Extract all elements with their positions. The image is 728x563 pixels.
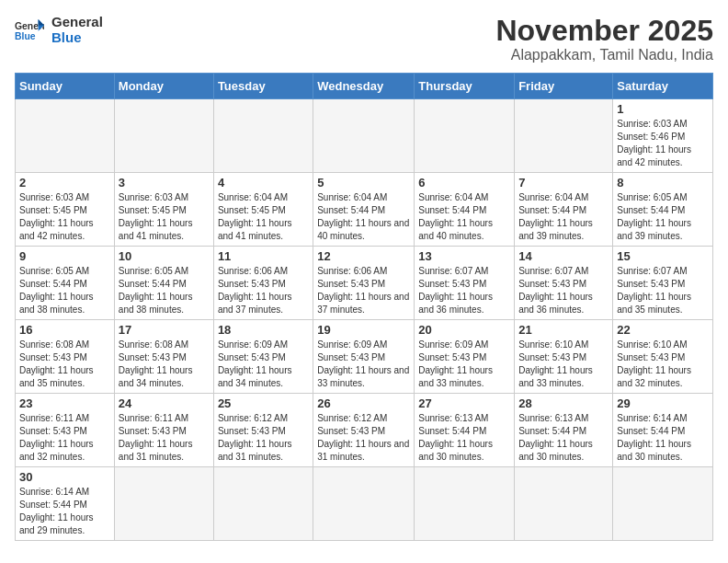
weekday-header-monday: Monday [114,74,213,99]
calendar-cell [114,467,213,541]
day-number: 18 [218,323,309,337]
day-info: Sunrise: 6:03 AM Sunset: 5:45 PM Dayligh… [19,191,110,243]
calendar-cell [415,99,515,173]
page-header: General Blue General Blue November 2025 … [15,15,713,63]
day-info: Sunrise: 6:09 AM Sunset: 5:43 PM Dayligh… [418,339,510,390]
day-number: 9 [19,249,110,263]
day-number: 22 [617,323,709,337]
day-number: 21 [518,323,609,337]
calendar-cell: 6Sunrise: 6:04 AM Sunset: 5:44 PM Daylig… [415,173,515,247]
calendar-cell: 30Sunrise: 6:14 AM Sunset: 5:44 PM Dayli… [16,467,115,541]
weekday-header-friday: Friday [515,74,613,99]
calendar-week-row: 16Sunrise: 6:08 AM Sunset: 5:43 PM Dayli… [16,320,713,394]
day-number: 23 [19,396,110,410]
calendar-cell: 2Sunrise: 6:03 AM Sunset: 5:45 PM Daylig… [16,173,115,247]
day-info: Sunrise: 6:10 AM Sunset: 5:43 PM Dayligh… [518,339,609,390]
day-info: Sunrise: 6:07 AM Sunset: 5:43 PM Dayligh… [418,265,510,316]
day-number: 30 [19,470,110,484]
day-number: 3 [119,176,210,190]
calendar-cell: 24Sunrise: 6:11 AM Sunset: 5:43 PM Dayli… [114,394,213,467]
day-info: Sunrise: 6:04 AM Sunset: 5:44 PM Dayligh… [317,191,410,243]
day-number: 27 [418,396,510,410]
day-info: Sunrise: 6:09 AM Sunset: 5:43 PM Dayligh… [317,339,410,390]
calendar-cell: 7Sunrise: 6:04 AM Sunset: 5:44 PM Daylig… [515,173,613,247]
day-number: 15 [617,249,709,263]
day-info: Sunrise: 6:04 AM Sunset: 5:44 PM Dayligh… [518,191,609,243]
day-info: Sunrise: 6:07 AM Sunset: 5:43 PM Dayligh… [518,265,609,316]
day-number: 16 [19,323,110,337]
calendar-cell [313,467,415,541]
calendar-cell [213,467,313,541]
svg-text:Blue: Blue [15,31,36,41]
day-info: Sunrise: 6:05 AM Sunset: 5:44 PM Dayligh… [617,191,709,243]
calendar-cell: 8Sunrise: 6:05 AM Sunset: 5:44 PM Daylig… [613,173,713,247]
day-number: 1 [617,102,709,116]
day-info: Sunrise: 6:11 AM Sunset: 5:43 PM Dayligh… [119,412,210,464]
calendar-cell: 25Sunrise: 6:12 AM Sunset: 5:43 PM Dayli… [213,394,313,467]
day-number: 2 [19,176,110,190]
day-info: Sunrise: 6:13 AM Sunset: 5:44 PM Dayligh… [418,412,510,464]
calendar-cell: 12Sunrise: 6:06 AM Sunset: 5:43 PM Dayli… [313,247,415,320]
calendar-cell: 29Sunrise: 6:14 AM Sunset: 5:44 PM Dayli… [613,394,713,467]
calendar-cell [515,99,613,173]
calendar-cell: 19Sunrise: 6:09 AM Sunset: 5:43 PM Dayli… [313,320,415,394]
logo-blue-text: Blue [51,30,103,46]
weekday-header-sunday: Sunday [16,74,115,99]
weekday-header-thursday: Thursday [415,74,515,99]
calendar-cell [16,99,115,173]
calendar-cell: 9Sunrise: 6:05 AM Sunset: 5:44 PM Daylig… [16,247,115,320]
calendar-cell: 16Sunrise: 6:08 AM Sunset: 5:43 PM Dayli… [16,320,115,394]
location: Alappakkam, Tamil Nadu, India [495,47,713,63]
day-number: 25 [218,396,309,410]
calendar-cell: 22Sunrise: 6:10 AM Sunset: 5:43 PM Dayli… [613,320,713,394]
day-info: Sunrise: 6:14 AM Sunset: 5:44 PM Dayligh… [617,412,709,464]
day-info: Sunrise: 6:03 AM Sunset: 5:46 PM Dayligh… [617,118,709,169]
day-number: 10 [119,249,210,263]
calendar-cell [613,467,713,541]
day-number: 7 [518,176,609,190]
day-info: Sunrise: 6:07 AM Sunset: 5:43 PM Dayligh… [617,265,709,316]
calendar-cell: 4Sunrise: 6:04 AM Sunset: 5:45 PM Daylig… [213,173,313,247]
calendar-cell: 11Sunrise: 6:06 AM Sunset: 5:43 PM Dayli… [213,247,313,320]
calendar-cell: 21Sunrise: 6:10 AM Sunset: 5:43 PM Dayli… [515,320,613,394]
calendar-cell: 15Sunrise: 6:07 AM Sunset: 5:43 PM Dayli… [613,247,713,320]
day-info: Sunrise: 6:11 AM Sunset: 5:43 PM Dayligh… [19,412,110,464]
calendar-cell: 18Sunrise: 6:09 AM Sunset: 5:43 PM Dayli… [213,320,313,394]
day-number: 12 [317,249,410,263]
logo: General Blue General Blue [15,15,103,45]
calendar-cell: 17Sunrise: 6:08 AM Sunset: 5:43 PM Dayli… [114,320,213,394]
title-block: November 2025 Alappakkam, Tamil Nadu, In… [495,15,713,63]
calendar-cell: 3Sunrise: 6:03 AM Sunset: 5:45 PM Daylig… [114,173,213,247]
calendar-cell [114,99,213,173]
calendar-cell [213,99,313,173]
day-number: 26 [317,396,410,410]
weekday-header-tuesday: Tuesday [213,74,313,99]
day-number: 29 [617,396,709,410]
calendar-week-row: 30Sunrise: 6:14 AM Sunset: 5:44 PM Dayli… [16,467,713,541]
day-info: Sunrise: 6:04 AM Sunset: 5:45 PM Dayligh… [218,191,309,243]
calendar-cell: 27Sunrise: 6:13 AM Sunset: 5:44 PM Dayli… [415,394,515,467]
calendar-cell: 10Sunrise: 6:05 AM Sunset: 5:44 PM Dayli… [114,247,213,320]
day-info: Sunrise: 6:08 AM Sunset: 5:43 PM Dayligh… [19,339,110,390]
day-number: 17 [119,323,210,337]
calendar-cell: 5Sunrise: 6:04 AM Sunset: 5:44 PM Daylig… [313,173,415,247]
day-info: Sunrise: 6:12 AM Sunset: 5:43 PM Dayligh… [317,412,410,464]
calendar-cell: 28Sunrise: 6:13 AM Sunset: 5:44 PM Dayli… [515,394,613,467]
day-info: Sunrise: 6:05 AM Sunset: 5:44 PM Dayligh… [19,265,110,316]
day-info: Sunrise: 6:04 AM Sunset: 5:44 PM Dayligh… [418,191,510,243]
calendar-cell [415,467,515,541]
day-number: 24 [119,396,210,410]
day-info: Sunrise: 6:08 AM Sunset: 5:43 PM Dayligh… [119,339,210,390]
calendar-week-row: 2Sunrise: 6:03 AM Sunset: 5:45 PM Daylig… [16,173,713,247]
calendar-cell: 14Sunrise: 6:07 AM Sunset: 5:43 PM Dayli… [515,247,613,320]
calendar-cell: 1Sunrise: 6:03 AM Sunset: 5:46 PM Daylig… [613,99,713,173]
calendar-week-row: 1Sunrise: 6:03 AM Sunset: 5:46 PM Daylig… [16,99,713,173]
day-number: 6 [418,176,510,190]
calendar-cell [515,467,613,541]
month-title: November 2025 [495,15,713,47]
day-info: Sunrise: 6:14 AM Sunset: 5:44 PM Dayligh… [19,486,110,537]
day-number: 28 [518,396,609,410]
day-number: 13 [418,249,510,263]
calendar-cell: 26Sunrise: 6:12 AM Sunset: 5:43 PM Dayli… [313,394,415,467]
calendar-cell [313,99,415,173]
